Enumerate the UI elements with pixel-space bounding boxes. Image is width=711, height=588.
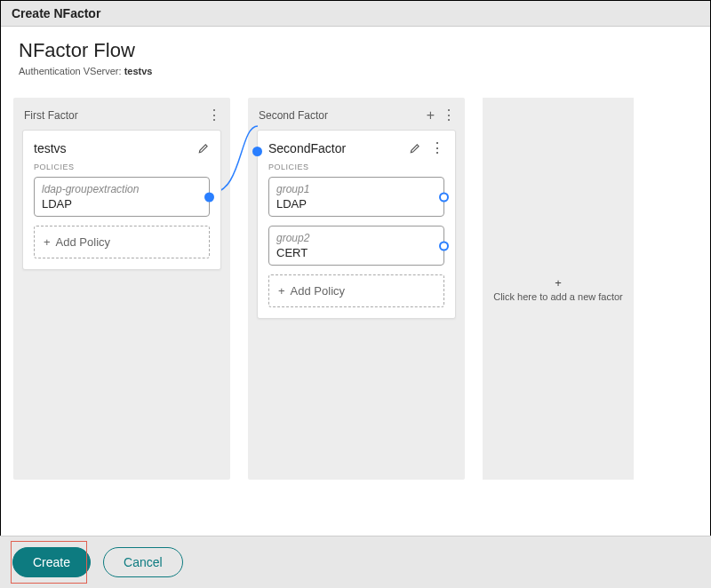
connector-out-icon[interactable]: [439, 192, 449, 202]
policy-item[interactable]: group1 LDAP: [268, 177, 444, 217]
add-factor-button[interactable]: + Click here to add a new factor: [483, 98, 634, 480]
add-policy-label: Add Policy: [56, 235, 110, 249]
vserver-name: testvs: [124, 66, 153, 76]
cancel-button[interactable]: Cancel: [103, 547, 183, 577]
create-button[interactable]: Create: [12, 547, 91, 577]
policy-item[interactable]: ldap-groupextraction LDAP: [34, 177, 210, 217]
vserver-subtitle: Authentication VServer: testvs: [19, 66, 692, 76]
policy-item[interactable]: group2 CERT: [268, 226, 444, 266]
column-header: Second Factor + ⋮: [248, 98, 465, 130]
plus-icon: +: [555, 276, 562, 290]
page-header: NFactor Flow Authentication VServer: tes…: [1, 27, 710, 82]
connector-out-icon[interactable]: [204, 192, 214, 202]
factor-card[interactable]: SecondFactor ⋮ POLICIES group1 LDAP grou: [257, 130, 456, 319]
policies-label: POLICIES: [268, 163, 444, 171]
edit-icon[interactable]: [197, 142, 210, 155]
column-title: Second Factor: [259, 109, 328, 122]
policy-name: group1: [276, 183, 436, 195]
more-icon[interactable]: ⋮: [442, 108, 456, 123]
page-title: NFactor Flow: [19, 39, 692, 62]
column-title: First Factor: [24, 109, 78, 122]
connector-in-icon[interactable]: [252, 147, 262, 156]
factor-column-second: Second Factor + ⋮ SecondFactor ⋮: [248, 98, 465, 480]
more-icon[interactable]: ⋮: [207, 108, 221, 123]
vserver-label: Authentication VServer:: [19, 66, 124, 76]
add-icon[interactable]: +: [427, 108, 435, 123]
connector-out-icon[interactable]: [439, 241, 449, 250]
add-policy-label: Add Policy: [291, 284, 345, 298]
factor-name: SecondFactor: [268, 141, 346, 155]
plus-icon: +: [278, 284, 285, 298]
more-icon[interactable]: ⋮: [430, 141, 444, 155]
policy-type: LDAP: [276, 197, 436, 211]
add-policy-button[interactable]: + Add Policy: [268, 274, 444, 307]
policy-type: CERT: [276, 246, 436, 259]
column-header: First Factor ⋮: [13, 98, 230, 130]
window-title: Create NFactor: [1, 1, 710, 27]
policy-type: LDAP: [42, 197, 202, 211]
add-factor-label: Click here to add a new factor: [493, 291, 623, 302]
factor-card[interactable]: testvs POLICIES ldap-groupextraction LDA…: [22, 130, 221, 270]
factor-name: testvs: [34, 141, 67, 155]
add-policy-button[interactable]: + Add Policy: [34, 226, 210, 258]
edit-icon[interactable]: [409, 141, 421, 155]
footer-bar: Create Cancel: [0, 536, 711, 588]
policy-name: ldap-groupextraction: [42, 183, 202, 195]
plus-icon: +: [44, 235, 51, 249]
factor-column-first: First Factor ⋮ testvs POLICIES ldap-grou…: [13, 98, 230, 480]
policy-name: group2: [276, 232, 436, 244]
policies-label: POLICIES: [34, 163, 210, 171]
flow-canvas: First Factor ⋮ testvs POLICIES ldap-grou…: [1, 82, 710, 499]
